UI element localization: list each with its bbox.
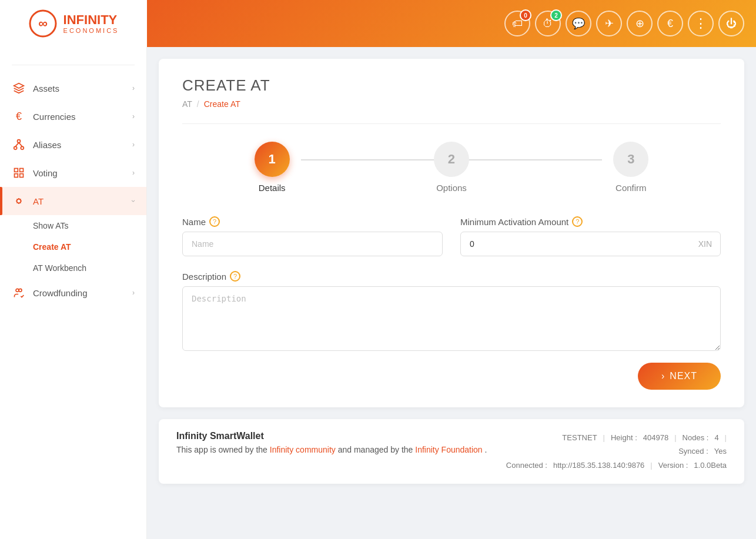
rewards-button[interactable]: 🏷 0 bbox=[504, 11, 530, 36]
step-1-circle: 1 bbox=[255, 142, 290, 177]
footer-card: Infinity SmartWallet This app is owned b… bbox=[159, 419, 744, 484]
step-2-number: 2 bbox=[448, 152, 455, 167]
footer-desc-prefix: This app is owned by the bbox=[176, 445, 270, 454]
breadcrumb-current: Create AT bbox=[204, 99, 240, 109]
svg-point-3 bbox=[14, 146, 17, 149]
aliases-icon bbox=[12, 138, 26, 152]
network-button[interactable]: ⊕ bbox=[627, 11, 653, 36]
currencies-chevron: › bbox=[132, 112, 135, 120]
svg-text:∞: ∞ bbox=[38, 16, 48, 31]
more-button[interactable]: ⋮ bbox=[688, 11, 714, 36]
min-activation-input[interactable] bbox=[460, 232, 721, 256]
voting-chevron: › bbox=[132, 169, 135, 177]
svg-line-5 bbox=[15, 143, 19, 147]
footer-left: Infinity SmartWallet This app is owned b… bbox=[176, 431, 487, 454]
svg-rect-9 bbox=[15, 174, 18, 178]
logo-icon: ∞ bbox=[28, 9, 58, 38]
step-options: 2 Options bbox=[362, 142, 541, 193]
sidebar-subitem-show-ats[interactable]: Show ATs bbox=[0, 215, 146, 236]
main-content: CREATE AT AT / Create AT 1 Details bbox=[147, 47, 756, 539]
form-row-1: Name ? Minimum Activation Amount ? XIN bbox=[182, 216, 721, 256]
svg-point-2 bbox=[18, 140, 21, 143]
sidebar: Assets › € Currencies › Aliases › Voting… bbox=[0, 47, 147, 539]
power-button[interactable]: ⏻ bbox=[718, 11, 744, 36]
name-help-icon[interactable]: ? bbox=[209, 216, 220, 227]
description-group: Description ? bbox=[182, 271, 721, 351]
step-3-circle: 3 bbox=[613, 142, 648, 177]
next-label: NEXT bbox=[670, 371, 697, 381]
step-3-label: Confirm bbox=[615, 183, 647, 193]
stepper: 1 Details 2 Options 3 Confirm bbox=[182, 142, 721, 193]
min-activation-help-icon[interactable]: ? bbox=[572, 216, 583, 227]
sidebar-item-assets-label: Assets bbox=[33, 83, 59, 93]
connected-value: http://185.35.138.140:9876 bbox=[553, 458, 644, 472]
min-activation-group: Minimum Activation Amount ? XIN bbox=[460, 216, 721, 256]
footer-desc-suffix: . bbox=[485, 445, 487, 454]
height-value: 404978 bbox=[643, 431, 668, 444]
footer-info-row-synced: Synced : Yes bbox=[506, 444, 727, 458]
svg-point-11 bbox=[17, 199, 21, 203]
assets-chevron: › bbox=[132, 84, 135, 92]
step-2-label: Options bbox=[436, 183, 467, 193]
chat-icon: 💬 bbox=[572, 17, 585, 30]
logo-line2: ECONOMICS bbox=[63, 27, 119, 34]
step-details: 1 Details bbox=[182, 142, 362, 193]
currencies-icon: € bbox=[12, 109, 26, 123]
xin-suffix: XIN bbox=[698, 239, 712, 249]
sidebar-item-currencies-label: Currencies bbox=[33, 112, 76, 122]
clock-button[interactable]: ⏱ 2 bbox=[535, 11, 561, 36]
chat-button[interactable]: 💬 bbox=[566, 11, 591, 36]
footer-desc-middle: and managed by the bbox=[338, 445, 416, 454]
form-divider bbox=[182, 123, 721, 124]
sidebar-subitem-at-workbench[interactable]: AT Workbench bbox=[0, 257, 146, 279]
sidebar-item-crowdfunding[interactable]: Crowdfunding › bbox=[0, 279, 146, 307]
name-input[interactable] bbox=[182, 232, 443, 256]
community-link[interactable]: Infinity community bbox=[270, 445, 336, 454]
nodes-label: Nodes : bbox=[683, 431, 709, 444]
create-at-label: Create AT bbox=[33, 242, 71, 252]
sidebar-item-aliases-label: Aliases bbox=[33, 140, 61, 150]
version-value: 1.0.0Beta bbox=[694, 458, 727, 472]
header-icons: 🏷 0 ⏱ 2 💬 ✈ ⊕ € ⋮ ⏻ bbox=[504, 11, 744, 36]
at-icon bbox=[12, 194, 26, 208]
svg-point-13 bbox=[19, 289, 22, 292]
send-button[interactable]: ✈ bbox=[596, 11, 622, 36]
sidebar-item-at[interactable]: AT › bbox=[0, 187, 146, 215]
breadcrumb-sep: / bbox=[197, 99, 199, 109]
sidebar-item-voting[interactable]: Voting › bbox=[0, 159, 146, 187]
synced-label: Synced : bbox=[678, 444, 708, 458]
euro-icon: € bbox=[667, 18, 673, 30]
svg-rect-10 bbox=[20, 174, 24, 178]
version-label: Version : bbox=[658, 458, 688, 472]
name-label: Name ? bbox=[182, 216, 443, 227]
step-3-number: 3 bbox=[627, 152, 634, 167]
sidebar-item-assets[interactable]: Assets › bbox=[0, 74, 146, 102]
sidebar-item-voting-label: Voting bbox=[33, 168, 58, 178]
aliases-chevron: › bbox=[132, 140, 135, 149]
foundation-link[interactable]: Infinity Foundation bbox=[415, 445, 482, 454]
header: ∞ INFINITY ECONOMICS 🏷 0 ⏱ 2 💬 ✈ ⊕ € bbox=[0, 0, 756, 47]
next-button[interactable]: › NEXT bbox=[638, 363, 721, 390]
breadcrumb-root: AT bbox=[182, 99, 192, 109]
at-workbench-label: AT Workbench bbox=[33, 263, 86, 273]
min-activation-input-wrapper: XIN bbox=[460, 232, 721, 256]
create-at-card: CREATE AT AT / Create AT 1 Details bbox=[159, 59, 744, 407]
next-arrow-icon: › bbox=[661, 371, 665, 381]
description-label: Description ? bbox=[182, 271, 721, 282]
at-chevron: › bbox=[129, 200, 138, 202]
synced-value: Yes bbox=[714, 444, 727, 458]
footer-right: TESTNET | Height : 404978 | Nodes : 4 | … bbox=[506, 431, 727, 472]
form-actions: › NEXT bbox=[182, 363, 721, 390]
power-icon: ⏻ bbox=[726, 18, 737, 30]
sidebar-item-currencies[interactable]: € Currencies › bbox=[0, 102, 146, 130]
sidebar-item-aliases[interactable]: Aliases › bbox=[0, 130, 146, 159]
send-icon: ✈ bbox=[605, 17, 614, 30]
description-textarea[interactable] bbox=[182, 286, 721, 351]
step-2-circle: 2 bbox=[434, 142, 469, 177]
assets-icon bbox=[12, 81, 26, 95]
sidebar-subitem-create-at[interactable]: Create AT bbox=[0, 236, 146, 257]
sidebar-divider bbox=[12, 65, 135, 65]
euro-button[interactable]: € bbox=[657, 11, 683, 36]
rewards-badge: 0 bbox=[520, 9, 531, 21]
description-help-icon[interactable]: ? bbox=[230, 271, 240, 282]
